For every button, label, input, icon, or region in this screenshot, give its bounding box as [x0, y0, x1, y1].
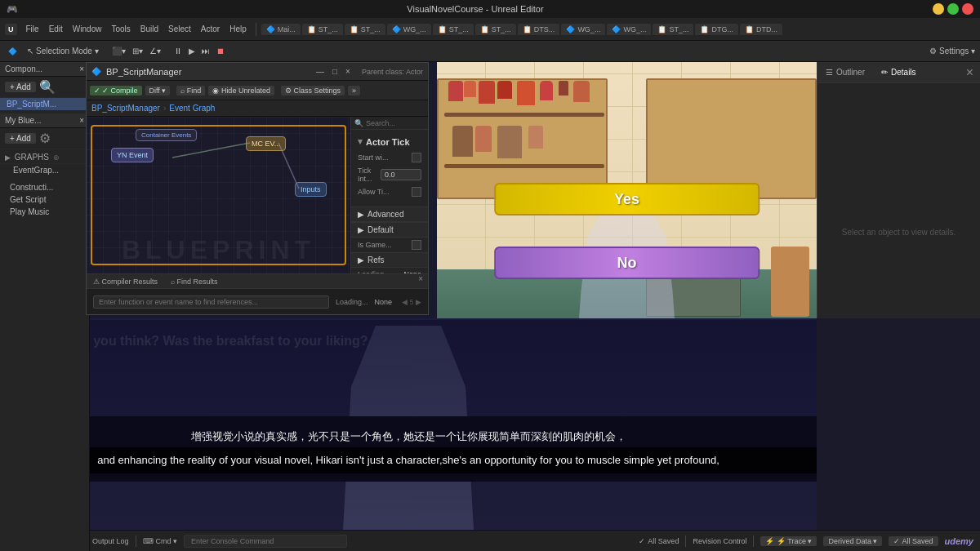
- selection-mode-btn[interactable]: ↖ Selection Mode ▾: [27, 47, 99, 56]
- tab-st1[interactable]: 📋 ST_...: [302, 24, 343, 35]
- bp-watermark: BLUEPRINT: [122, 235, 315, 265]
- bp-nav-link-eventgraph[interactable]: Event Graph: [169, 104, 215, 113]
- class-settings-btn[interactable]: ⚙ Class Settings: [281, 86, 345, 96]
- build-menu[interactable]: Build: [136, 23, 163, 35]
- container-events-label: Container Events: [136, 129, 197, 141]
- select-menu[interactable]: Select: [164, 23, 195, 35]
- mc-ev-node[interactable]: MC EV...: [246, 136, 286, 151]
- bp-min-btn[interactable]: —: [316, 67, 324, 76]
- console-input[interactable]: [184, 535, 347, 548]
- tab-st4[interactable]: 📋 ST_...: [475, 24, 516, 35]
- settings-btn[interactable]: ⚙ Settings ▾: [929, 47, 975, 56]
- expand-btn[interactable]: »: [348, 86, 360, 96]
- inputs-node[interactable]: Inputs: [295, 182, 327, 197]
- default-section-header[interactable]: ▶ Default: [351, 222, 428, 238]
- list-icon: ☰: [826, 68, 833, 77]
- upper-cabinet-right: [646, 78, 817, 199]
- compile-btn[interactable]: ✓ ✓ Compile: [90, 86, 142, 96]
- bp-close-btn[interactable]: ×: [345, 67, 350, 76]
- actor-menu[interactable]: Actor: [197, 23, 224, 35]
- yn-event-node[interactable]: YN Event: [111, 148, 154, 162]
- bp-breadcrumb: BP_ScriptManager › Event Graph: [87, 100, 428, 117]
- details-search-input[interactable]: [366, 119, 428, 127]
- compiler-results-tab[interactable]: ⚠ Compiler Results: [87, 274, 164, 288]
- pause-btn[interactable]: ⏸: [174, 47, 182, 56]
- bp-toolbar: ✓ ✓ Compile Diff ▾ ⌕ Find ◉ Hide Unrelat…: [87, 81, 428, 100]
- event-graph-item[interactable]: EventGrap...: [0, 164, 89, 176]
- revision-control-btn[interactable]: Revision Control: [693, 537, 746, 545]
- tab-dts[interactable]: 📋 DTS...: [518, 24, 560, 35]
- add-component-btn[interactable]: + Add: [5, 82, 36, 92]
- trace-badge[interactable]: ⚡ ⚡ Trace ▾: [760, 536, 817, 546]
- tab-st2[interactable]: 📋 ST_...: [345, 24, 385, 35]
- bp-settings-icon[interactable]: ⚙: [39, 131, 51, 146]
- file-menu[interactable]: File: [22, 23, 43, 35]
- start-with-checkbox[interactable]: [412, 153, 421, 162]
- details-tab[interactable]: ✏ Details: [873, 64, 924, 80]
- construct-func-item[interactable]: Constructi...: [0, 181, 89, 193]
- bp-scriptmanager-item[interactable]: BP_ScriptM...: [0, 98, 89, 110]
- chevron-down-icon: ▾: [95, 47, 99, 56]
- tick-interval-input[interactable]: [381, 169, 421, 180]
- all-saved-right-badge[interactable]: ✓ All Saved: [889, 536, 938, 546]
- bp-graph-canvas[interactable]: BLUEPRINT Container Events YN Event MC E…: [87, 117, 350, 273]
- jar-7: [559, 81, 568, 96]
- play-btn[interactable]: ▶: [189, 47, 195, 56]
- help-menu[interactable]: Help: [225, 23, 251, 35]
- find-references-input[interactable]: [93, 295, 329, 309]
- stop-btn[interactable]: ⏹: [216, 47, 225, 56]
- is-game-checkbox[interactable]: [412, 240, 421, 250]
- bp-max-btn[interactable]: □: [332, 67, 337, 76]
- tab-st3[interactable]: 📋 ST_...: [433, 24, 474, 35]
- shelf2-item-2: [475, 126, 492, 152]
- find-results-tab[interactable]: ⌕ Find Results: [164, 274, 225, 288]
- edit-menu[interactable]: Edit: [45, 23, 67, 35]
- scroll-indicator: ◀ 5 ▶: [402, 298, 421, 306]
- choice-yes-button[interactable]: Yes: [494, 183, 760, 216]
- advanced-section-header[interactable]: ▶ Advanced: [351, 207, 428, 222]
- app-title: VisualNovelCourse - Unreal Editor: [18, 4, 933, 14]
- tab-wg3[interactable]: 🔷 WG_...: [607, 24, 651, 35]
- tab-dtg[interactable]: 📋 DTG...: [695, 24, 738, 35]
- bottom-toolbar-right: ✓ All Saved Revision Control ⚡ ⚡ Trace ▾…: [639, 535, 973, 547]
- get-script-item[interactable]: Get Script: [0, 193, 89, 206]
- tab-wg1[interactable]: 🔷 WG_...: [387, 24, 431, 35]
- search-icon[interactable]: 🔍: [39, 79, 56, 95]
- tab-dtd[interactable]: 📋 DTD...: [740, 24, 782, 35]
- my-blueprints-close[interactable]: ×: [79, 116, 84, 125]
- tools-menu[interactable]: Tools: [107, 23, 134, 35]
- tab-st5[interactable]: 📋 ST_...: [653, 24, 693, 35]
- derived-data-badge[interactable]: Derived Data ▾: [823, 536, 882, 546]
- top-tab-strip: U File Edit Window Tools Build Select Ac…: [0, 18, 980, 41]
- cmd-btn[interactable]: ⌨ Cmd ▾: [143, 537, 178, 545]
- outliner-tab[interactable]: ☰ Outliner: [817, 64, 873, 80]
- main-toolbar: 🔷 ↖ Selection Mode ▾ ⬛▾ ⊞▾ ∠▾ ⏸ ▶ ⏭ ⏹ ⚙ …: [0, 41, 980, 62]
- close-btn[interactable]: [962, 3, 973, 15]
- choice-no-button[interactable]: No: [494, 247, 760, 279]
- minimize-btn[interactable]: [933, 3, 944, 15]
- details-side-close[interactable]: ×: [960, 65, 980, 80]
- maximize-btn[interactable]: [947, 3, 959, 15]
- angle-btn[interactable]: ∠▾: [149, 47, 161, 56]
- jar-2: [464, 81, 476, 97]
- components-close[interactable]: ×: [79, 64, 84, 73]
- all-saved-btn[interactable]: ✓ All Saved: [639, 537, 679, 545]
- play-music-item[interactable]: Play Music: [0, 206, 89, 218]
- transform-btn[interactable]: ⬛▾: [112, 47, 126, 56]
- window-menu[interactable]: Window: [69, 23, 106, 35]
- bp-nav-link-scriptmanager[interactable]: BP_ScriptManager: [91, 104, 160, 113]
- snap-btn[interactable]: ⊞▾: [132, 47, 143, 56]
- skip-btn[interactable]: ⏭: [202, 47, 210, 56]
- hide-unrelated-btn[interactable]: ◉ Hide Unrelated: [208, 86, 274, 96]
- add-blueprint-btn[interactable]: + Add: [5, 133, 36, 144]
- allow-tick-row: Allow Ti...: [358, 186, 421, 198]
- diff-btn[interactable]: Diff ▾: [145, 86, 171, 96]
- tab-mai[interactable]: 🔷 Mai...: [261, 24, 301, 35]
- main-area: Compon... × + Add 🔍 BP_ScriptM... My Blu…: [0, 62, 980, 551]
- appliance-1: [771, 247, 809, 317]
- find-btn[interactable]: ⌕ Find: [176, 86, 205, 96]
- allow-tick-checkbox[interactable]: [412, 187, 421, 197]
- close-bottom-btn[interactable]: ×: [413, 274, 428, 288]
- refs-section-header[interactable]: ▶ Refs: [351, 252, 428, 268]
- tab-wg2[interactable]: 🔷 WG_...: [561, 24, 605, 35]
